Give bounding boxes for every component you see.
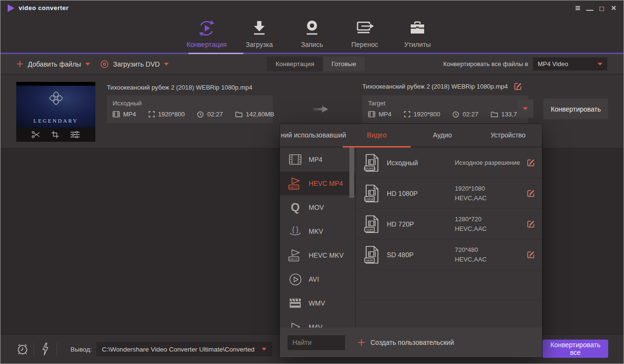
trim-scissors-icon[interactable] [32,131,40,138]
load-dvd-button[interactable]: Загрузить DVD [100,54,169,74]
preset-edit-icon[interactable] [526,250,535,259]
effects-sliders-icon[interactable] [70,131,80,138]
format-row-wmv[interactable]: WMV [280,291,355,315]
format-label: MOV [309,204,324,211]
convert-all-button[interactable]: Конвертировать все [543,340,608,358]
chevron-down-icon [523,107,528,110]
format-list-scrollbar[interactable] [349,148,354,198]
nav-item-record[interactable]: Запись [290,15,334,52]
nav-item-convert[interactable]: Конвертация [185,15,228,52]
tab-recently-used[interactable]: ний использовавший [281,131,346,139]
preset-name: HD 720P [387,220,414,228]
format-row-hevc-mkv[interactable]: HEVC HEVC MKV [280,243,355,267]
format-row-mov[interactable]: Q MOV [280,195,355,219]
nav-item-transfer[interactable]: Перенос [343,15,386,52]
download-icon [250,18,268,38]
format-row-hevc-mp4[interactable]: HEVC HEVC MP4 [280,171,355,195]
view-tabs: Конвертация Готовые [267,57,365,71]
preset-detail-line2: HEVC,AAC [455,224,486,234]
preset-row-hd720[interactable]: 720P HD 720P 1280*720 HEVC,AAC [356,209,542,239]
clock-icon [197,111,204,118]
format-label: MKV [309,228,323,235]
convert-all-to-label: Конвертировать все файлы в [443,60,528,68]
schedule-clock-icon[interactable] [16,343,29,355]
transfer-icon [355,18,374,38]
preset-doc-icon: 480P [364,246,380,264]
target-info-box: Target MP4 1920*800 02:27 133,79MB [362,95,528,123]
preset-name: HD 1080P [387,190,418,197]
app-window: video converter ≡ — □ ✕ [0,0,624,364]
svg-text:720P: 720P [366,228,373,231]
divider [34,343,34,355]
load-dvd-label: Загрузить DVD [113,60,160,68]
maximize-icon[interactable]: □ [596,2,608,14]
output-path-dropdown[interactable]: C:\Wondershare Video Converter Ultimate\… [96,342,272,356]
source-duration-value: 02:27 [207,111,223,118]
source-format: MP4 [113,111,136,118]
preset-detail-line1: Исходное разрешение [455,158,520,168]
plus-icon [16,60,23,68]
source-info-row: MP4 1920*800 02:27 142,60MB [113,111,273,118]
rename-edit-icon[interactable] [513,82,522,91]
matroska-icon: { } [288,225,302,238]
target-format-dropdown-toggle[interactable] [517,100,533,118]
play-outline-icon [288,322,302,328]
format-row-m4v[interactable]: M4V [280,315,355,328]
target-duration-value: 02:27 [462,111,478,118]
thumbnail-image: LEGENDARY [16,86,95,127]
target-title: Target [362,95,528,107]
create-custom-button[interactable]: Создать пользовательский [358,339,454,346]
popup-body: MP4 HEVC HEVC MP4 Q [280,148,542,328]
source-resolution-value: 1920*800 [158,111,185,118]
nav-label: Утилиты [404,41,431,48]
tab-video[interactable]: Видео [343,131,411,139]
nav-item-utilities[interactable]: Утилиты [396,15,439,52]
preset-name: Исходный [387,159,418,167]
preset-details: 1280*720 HEVC,AAC [455,215,486,234]
preset-edit-icon[interactable] [526,189,535,198]
preset-row-source[interactable]: SOURCE Исходный Исходное разрешение [356,148,542,178]
target-format-value: MP4 [379,111,392,118]
preset-row-sd480[interactable]: 480P SD 480P 720*480 HEVC,AAC [356,239,542,270]
preset-row-hd1080[interactable]: 1080P HD 1080P 1920*1080 HEVC,AAC [356,178,542,209]
convert-button[interactable]: Конвертировать [543,99,608,119]
crop-icon[interactable] [51,131,59,138]
format-row-mp4[interactable]: MP4 [280,148,355,171]
source-duration: 02:27 [197,111,223,118]
source-format-value: MP4 [123,111,136,118]
add-files-button[interactable]: Добавить файлы [16,54,90,74]
chevron-down-icon [164,63,169,66]
format-row-mkv[interactable]: { } MKV [280,219,355,243]
svg-text:1080P: 1080P [365,197,374,200]
tab-device[interactable]: Устройство [474,131,542,139]
svg-text:480P: 480P [366,259,373,262]
preset-edit-icon[interactable] [526,219,535,228]
preset-details: 720*480 HEVC,AAC [455,245,486,264]
output-format-dropdown[interactable]: MP4 Video [533,57,607,70]
preset-name: SD 480P [387,251,414,259]
close-icon[interactable]: ✕ [608,2,620,14]
preset-edit-icon[interactable] [526,158,535,167]
format-row-avi[interactable]: AVI [280,267,355,291]
format-label: AVI [309,275,319,283]
nav-item-download[interactable]: Загрузка [238,15,281,52]
tab-converting[interactable]: Конвертация [267,57,323,71]
add-files-label: Добавить файлы [28,60,81,68]
source-resolution: 1920*800 [149,111,185,118]
output-path-value: C:\Wondershare Video Converter Ultimate\… [102,346,254,353]
source-info-box: Исходный MP4 1920*800 02:27 142,60MB [107,95,273,123]
convert-all-format-group: Конвертировать все файлы в MP4 Video [443,54,607,74]
tab-audio[interactable]: Аудио [408,131,476,139]
search-input[interactable] [288,335,345,350]
tab-finished[interactable]: Готовые [323,57,365,71]
resolution-icon [404,111,410,117]
source-title: Исходный [107,95,273,107]
preset-detail-line2: HEVC,AAC [455,255,486,264]
preset-doc-icon: SOURCE [364,154,380,172]
high-speed-bolt-icon[interactable] [42,342,49,356]
target-file-name: Тихоокеанский рубеж 2 (2018) WEBRip 1080… [362,83,508,90]
format-label: HEVC MP4 [309,180,343,187]
svg-text:SOURCE: SOURCE [364,167,376,170]
menu-icon[interactable]: ≡ [572,2,584,14]
minimize-icon[interactable]: — [584,2,596,16]
